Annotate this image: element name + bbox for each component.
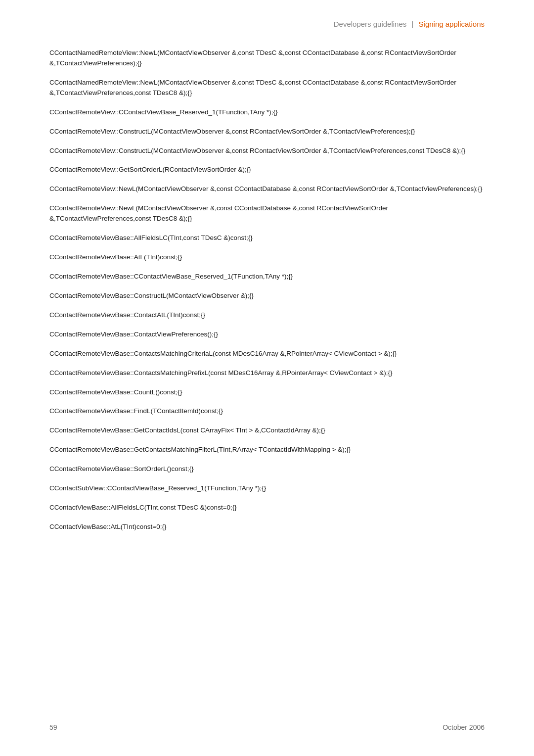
content-area: CContactNamedRemoteView::NewL(MContactVi… [49,48,485,532]
page-footer: 59 October 2006 [0,723,534,731]
list-item: CContactRemoteViewBase::ContactAtL(TInt)… [49,310,485,321]
list-item: CContactRemoteView::NewL(MContactViewObs… [49,203,485,224]
list-item: CContactRemoteView::CContactViewBase_Res… [49,107,485,118]
list-item: CContactRemoteViewBase::AtL(TInt)const;{… [49,252,485,263]
list-item: CContactRemoteView::ConstructL(MContactV… [49,146,485,156]
list-item: CContactRemoteViewBase::CountL()const;{} [49,387,485,398]
list-item: CContactRemoteViewBase::ContactsMatching… [49,349,485,359]
list-item: CContactRemoteViewBase::SortOrderL()cons… [49,464,485,474]
list-item: CContactRemoteViewBase::ConstructL(MCont… [49,291,485,301]
list-item: CContactRemoteViewBase::CContactViewBase… [49,272,485,282]
page-container: Developers guidelines | Signing applicat… [0,0,534,756]
list-item: CContactSubView::CContactViewBase_Reserv… [49,483,485,494]
header-current: Signing applications [419,20,485,28]
list-item: CContactRemoteViewBase::GetContactsMatch… [49,445,485,455]
list-item: CContactRemoteViewBase::GetContactIdsL(c… [49,425,485,436]
list-item: CContactRemoteViewBase::FindL(TContactIt… [49,406,485,417]
list-item: CContactNamedRemoteView::NewL(MContactVi… [49,48,485,69]
header-section: Developers guidelines [334,20,407,28]
page-date: October 2006 [443,723,485,731]
list-item: CContactRemoteViewBase::ContactsMatching… [49,368,485,378]
list-item: CContactRemoteView::ConstructL(MContactV… [49,127,485,137]
list-item: CContactRemoteView::NewL(MContactViewObs… [49,184,485,194]
list-item: CContactViewBase::AtL(TInt)const=0;{} [49,522,485,532]
list-item: CContactRemoteViewBase::AllFieldsLC(TInt… [49,233,485,243]
page-header: Developers guidelines | Signing applicat… [49,20,485,28]
list-item: CContactRemoteViewBase::ContactViewPrefe… [49,330,485,340]
header-separator: | [411,20,413,28]
list-item: CContactViewBase::AllFieldsLC(TInt,const… [49,503,485,513]
list-item: CContactNamedRemoteView::NewL(MContactVi… [49,78,485,98]
list-item: CContactRemoteView::GetSortOrderL(RConta… [49,165,485,175]
page-number: 59 [49,723,57,731]
